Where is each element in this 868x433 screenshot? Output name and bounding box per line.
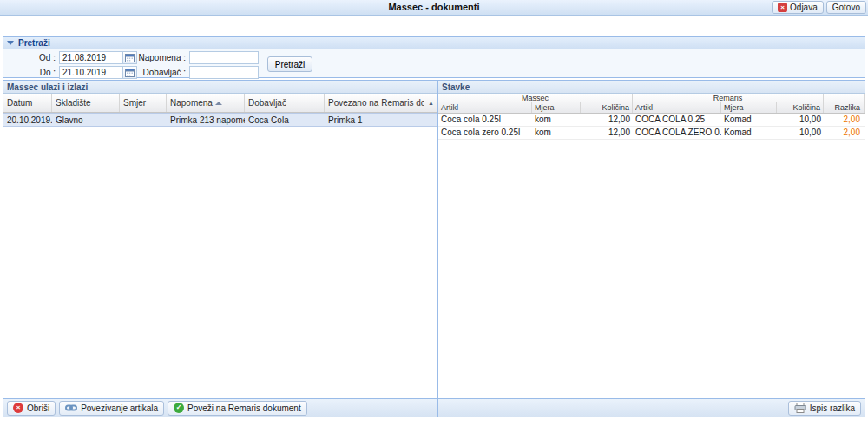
items-panel-title: Stavke — [438, 81, 865, 94]
item-row[interactable]: Coca cola zero 0.25l kom 12,00 COCA COLA… — [438, 127, 865, 140]
cell-razlika: 2,00 — [824, 114, 865, 126]
column-header-povezano[interactable]: Povezano na Remaris dokument — [325, 94, 424, 112]
column-header-skladiste[interactable]: Skladište — [52, 94, 120, 112]
cell-razlika: 2,00 — [824, 127, 865, 139]
search-panel-title: Pretraži — [18, 38, 50, 48]
cell-skladiste: Glavno — [52, 114, 120, 126]
column-header-razlika[interactable]: Razlika — [824, 94, 865, 113]
item-row[interactable]: Coca cola 0.25l kom 12,00 COCA COLA 0.25… — [438, 114, 865, 127]
collapse-icon — [7, 41, 14, 45]
header-buttons: × Odjava Gotovo — [772, 1, 866, 14]
scrollbar-top[interactable]: ▲ — [424, 94, 437, 112]
scrollbar-up-icon: ▲ — [428, 94, 434, 112]
column-header-label: Povezano na Remaris dokument — [328, 94, 424, 112]
printer-icon — [794, 403, 806, 413]
search-panel: Pretraži Od : Do : Napomena : Dobavljač … — [3, 36, 865, 78]
dobavljac-label: Dobavljač : — [132, 66, 186, 79]
print-diff-button-label: Ispis razlika — [810, 403, 855, 413]
napomena-input[interactable] — [189, 51, 259, 64]
column-header-massec-kolicina[interactable]: Količina — [581, 102, 633, 113]
logout-button[interactable]: × Odjava — [772, 1, 824, 14]
column-header-dobavljac[interactable]: Dobavljač — [245, 94, 325, 112]
link-articles-button-label: Povezivanje artikala — [81, 403, 158, 413]
napomena-label: Napomena : — [132, 51, 186, 64]
cell-remaris-artikl: COCA COLA 0.25 — [633, 114, 721, 126]
cell-massec-artikl: Coca cola zero 0.25l — [438, 127, 532, 139]
link-articles-button[interactable]: Povezivanje artikala — [59, 401, 164, 416]
column-header-massec-mjera[interactable]: Mjera — [532, 102, 581, 113]
search-panel-header[interactable]: Pretraži — [3, 37, 865, 49]
documents-grid-body: 20.10.2019. Glavno Primka 213 napomena C… — [3, 113, 437, 398]
date-to-label: Do : — [16, 66, 56, 79]
documents-panel-title: Massec ulazi i izlazi — [3, 81, 437, 94]
cell-napomena: Primka 213 napomena — [167, 114, 245, 126]
check-icon: ✓ — [174, 403, 184, 413]
date-from-label: Od : — [16, 51, 56, 64]
document-row-selected[interactable]: 20.10.2019. Glavno Primka 213 napomena C… — [3, 113, 437, 127]
app-window: Massec - dokumenti × Odjava Gotovo Pretr… — [0, 0, 868, 433]
column-header-label: Skladište — [56, 94, 91, 112]
done-button[interactable]: Gotovo — [826, 1, 866, 14]
app-header: Massec - dokumenti × Odjava Gotovo — [0, 0, 868, 16]
cell-povezano: Primka 1 — [325, 114, 424, 126]
cell-remaris-kolicina: 10,00 — [777, 114, 824, 126]
column-header-label: Smjer — [123, 94, 146, 112]
delete-button[interactable]: × Obriši — [7, 401, 56, 416]
link-remaris-button[interactable]: ✓ Poveži na Remaris dokument — [168, 401, 307, 416]
column-header-label: Datum — [7, 94, 32, 112]
column-header-remaris-kolicina[interactable]: Količina — [777, 102, 824, 113]
logout-icon: × — [778, 3, 787, 12]
cell-remaris-mjera: Komad — [721, 127, 777, 139]
documents-grid-header: Datum Skladište Smjer Napomena Dobavljač… — [3, 94, 437, 113]
cell-dobavljac: Coca Cola — [245, 114, 325, 126]
cell-massec-kolicina: 12,00 — [581, 127, 633, 139]
link-icon — [65, 403, 77, 412]
column-header-label: Napomena — [170, 94, 213, 112]
delete-button-label: Obriši — [27, 403, 49, 413]
link-remaris-button-label: Poveži na Remaris dokument — [187, 403, 301, 413]
column-group-remaris: Remaris — [633, 94, 824, 102]
column-header-smjer[interactable]: Smjer — [120, 94, 167, 112]
cell-datum: 20.10.2019. — [3, 114, 52, 126]
page-title: Massec - dokumenti — [0, 0, 868, 16]
cell-smjer — [120, 114, 167, 126]
cell-massec-artikl: Coca cola 0.25l — [438, 114, 532, 126]
column-header-remaris-artikl[interactable]: Artikl — [633, 102, 721, 113]
cell-massec-kolicina: 12,00 — [581, 114, 633, 126]
cell-remaris-kolicina: 10,00 — [777, 127, 824, 139]
items-toolbar: Ispis razlika — [438, 398, 865, 417]
search-button[interactable]: Pretraži — [267, 56, 312, 72]
items-grid-body: Coca cola 0.25l kom 12,00 COCA COLA 0.25… — [438, 114, 865, 398]
main-area: Massec ulazi i izlazi Datum Skladište Sm… — [3, 80, 865, 417]
delete-icon: × — [13, 403, 23, 413]
cell-spacer — [424, 114, 437, 126]
search-form: Od : Do : Napomena : Dobavljač : Pretraž… — [3, 49, 865, 78]
documents-toolbar: × Obriši Povezivanje artikala ✓ Poveži n… — [3, 398, 437, 417]
cell-massec-mjera: kom — [532, 127, 581, 139]
print-diff-button[interactable]: Ispis razlika — [788, 401, 861, 416]
dobavljac-input[interactable] — [189, 66, 259, 79]
column-header-remaris-mjera[interactable]: Mjera — [721, 102, 777, 113]
date-from-input[interactable] — [59, 51, 123, 64]
items-grid-header: Massec Remaris Razlika Artikl Mjera Koli… — [438, 94, 865, 114]
date-to-input[interactable] — [59, 66, 123, 79]
documents-panel: Massec ulazi i izlazi Datum Skladište Sm… — [3, 81, 438, 417]
column-header-datum[interactable]: Datum — [3, 94, 52, 112]
column-header-label: Dobavljač — [248, 94, 286, 112]
column-header-napomena[interactable]: Napomena — [167, 94, 245, 112]
cell-massec-mjera: kom — [532, 114, 581, 126]
logout-button-label: Odjava — [790, 3, 818, 12]
column-group-massec: Massec — [438, 94, 633, 102]
items-panel: Stavke Massec Remaris Razlika Artikl Mje… — [438, 81, 865, 417]
sort-asc-icon — [215, 102, 222, 105]
cell-remaris-artikl: COCA COLA ZERO 0.25 — [633, 127, 721, 139]
done-button-label: Gotovo — [832, 3, 860, 12]
cell-remaris-mjera: Komad — [721, 114, 777, 126]
column-header-massec-artikl[interactable]: Artikl — [438, 102, 532, 113]
